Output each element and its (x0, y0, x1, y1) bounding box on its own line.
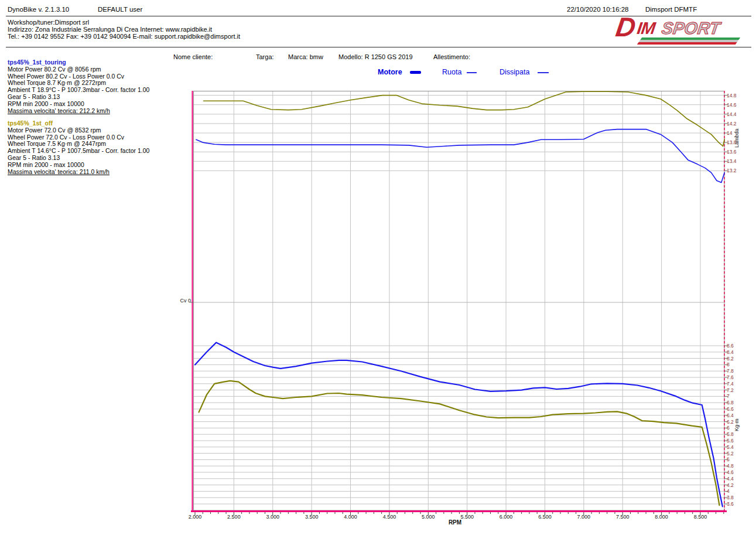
torque-tick-label: 8.2 (727, 356, 734, 362)
run-rpm-range: RPM min 2000 - max 10000 (8, 101, 183, 108)
run-gear-ratio: Gear 5 - Ratio 3.13 (8, 94, 183, 101)
torque-tick-label: 5.8 (727, 431, 734, 437)
x-tick-label: 4.500 (378, 514, 401, 520)
current-user: DEFAULT user (98, 6, 142, 13)
torque-tick-label: 4.2 (727, 482, 734, 488)
legend-line-ruota (467, 72, 477, 73)
dynobike-report-window: DynoBike v. 2.1.3.10 DEFAULT user 22/10/… (0, 0, 756, 535)
curve-lambda-touring (196, 130, 724, 183)
plot-border (194, 91, 725, 511)
torque-tick-label: 7.8 (727, 368, 734, 374)
legend-line-motore (410, 71, 421, 74)
torque-tick-label: 8.6 (727, 343, 734, 349)
dealer-name: Dimsport DFMTF (645, 6, 697, 13)
torque-tick-label: 6 (727, 425, 730, 431)
run-gear-ratio: Gear 5 - Ratio 3.13 (8, 155, 183, 162)
logo-stripes (637, 38, 740, 45)
x-tick-label: 3.000 (261, 514, 285, 520)
lambda-tick-label: 14.2 (727, 121, 737, 127)
torque-tick-label: 7.4 (727, 381, 734, 387)
x-tick-label: 3.500 (300, 514, 323, 520)
torque-tick-label: 4.8 (727, 463, 734, 469)
model-value: Modello: R 1250 GS 2019 (338, 53, 413, 60)
x-tick-label: 6.500 (533, 514, 556, 520)
logo-sport-text: SPORT (661, 20, 721, 37)
run-summary-touring: tps45%_1st_touring Motor Power 80.2 Cv @… (8, 59, 183, 114)
torque-tick-label: 7.2 (727, 387, 734, 393)
torque-tick-label: 5.2 (727, 451, 734, 456)
lambda-tick-label: 14 (727, 130, 732, 136)
brand-value: Marca: bmw (288, 53, 323, 60)
x-axis-label: RPM (443, 519, 467, 526)
torque-tick-label: 8.4 (727, 349, 734, 355)
torque-axis-label: Kg·m (734, 418, 740, 431)
torque-tick-label: 4 (727, 488, 730, 494)
lambda-tick-label: 14.6 (727, 102, 737, 108)
x-tick-label: 7.000 (572, 514, 596, 520)
torque-tick-label: 5 (727, 456, 730, 462)
torque-tick-label: 4.4 (727, 476, 734, 482)
x-tick-label: 5.000 (416, 514, 440, 520)
curve-torque-off (199, 381, 720, 505)
x-tick-label: 8.000 (650, 514, 673, 520)
app-title: DynoBike v. 2.1.3.10 (8, 6, 69, 13)
run-summary-off: tps45%_1st_off Motor Power 72.0 Cv @ 853… (8, 120, 183, 175)
address-line: Indirizzo: Zona Industriale Serralunga D… (8, 26, 212, 33)
legend-item-motore: Motore (378, 68, 402, 76)
run-motor-power: Motor Power 80.2 Cv @ 8056 rpm (8, 66, 183, 73)
torque-tick-label: 4.6 (727, 469, 734, 475)
lambda-axis-label: Lambda (734, 128, 740, 148)
lambda-tick-label: 13.2 (727, 168, 737, 173)
x-tick-label: 7.500 (611, 514, 634, 520)
torque-tick-label: 5.4 (727, 444, 734, 450)
plate-label: Targa: (256, 53, 274, 60)
x-tick-label: 2.000 (183, 514, 207, 520)
x-tick-label: 4.000 (339, 514, 362, 520)
run-max-speed: Massima velocita' teorica: 211.0 km/h (8, 169, 183, 176)
x-tick-label: 8.500 (689, 514, 712, 520)
run-rpm-range: RPM min 2000 - max 10000 (8, 162, 183, 169)
legend-line-dissipata (538, 72, 549, 73)
torque-tick-label: 6.6 (727, 406, 734, 412)
contact-line: Tel.: +39 0142 9552 Fax: +39 0142 940094… (8, 33, 240, 40)
logo-dim-im: IM (636, 20, 656, 37)
curve-torque-touring (195, 343, 723, 507)
torque-tick-label: 3.6 (727, 501, 734, 507)
run-motor-power: Motor Power 72.0 Cv @ 8532 rpm (8, 127, 183, 134)
trim-label: Allestimento: (433, 53, 470, 60)
torque-tick-label: 8 (727, 362, 730, 367)
legend-item-ruota: Ruota (442, 68, 461, 76)
torque-tick-label: 6.2 (727, 419, 734, 425)
dimsport-logo: D IM SPORT (609, 16, 737, 45)
lambda-tick-label: 14.4 (727, 111, 737, 117)
torque-tick-label: 5.6 (727, 438, 734, 444)
curve-lambda-off (204, 91, 725, 146)
logo-stripe-red (637, 42, 737, 45)
torque-tick-label: 3.8 (727, 495, 734, 500)
x-tick-label: 2.500 (222, 514, 245, 520)
torque-tick-label: 7 (727, 393, 730, 399)
torque-tick-label: 6.8 (727, 400, 734, 405)
lambda-tick-label: 13.4 (727, 158, 737, 164)
lambda-tick-label: 14.8 (727, 93, 737, 98)
torque-tick-label: 7.6 (727, 374, 734, 380)
run-max-speed: Massima velocita' teorica: 212.2 km/h (8, 108, 183, 115)
lambda-tick-label: 13.6 (727, 149, 737, 155)
header-divider-bottom (6, 47, 751, 47)
workshop-line: Workshop/tuner:Dimsport srl (8, 19, 89, 26)
torque-tick-label: 6.4 (727, 413, 734, 418)
power-axis-zero-label: Cv 0 (162, 298, 191, 304)
legend-item-dissipata: Dissipata (500, 68, 529, 76)
logo-dim-d: D (614, 13, 638, 40)
x-tick-label: 6.000 (494, 514, 518, 520)
